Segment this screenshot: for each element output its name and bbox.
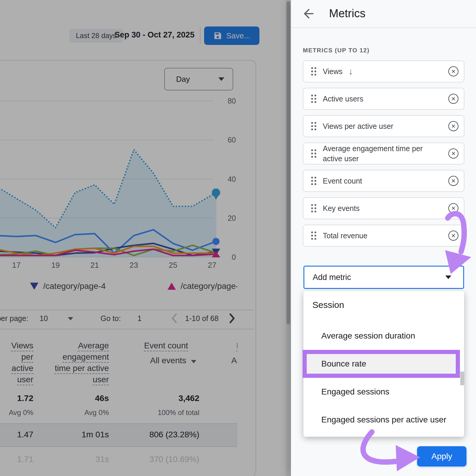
table-row[interactable]	[0, 423, 237, 446]
metric-chip[interactable]: Event count×	[303, 170, 464, 192]
add-metric-combobox[interactable]: Add metric	[303, 266, 464, 289]
go-to-input[interactable]: 1	[137, 314, 142, 323]
table-cell: 806 (23.28%)	[125, 430, 199, 439]
metric-chip-label: Views per active user	[323, 121, 393, 131]
table-cell: 1.72	[0, 394, 33, 403]
page-scrollbar-track[interactable]	[286, 0, 291, 476]
rows-per-page-label: Rows per page:	[0, 314, 26, 323]
remove-metric-icon[interactable]: ×	[448, 231, 458, 241]
table-cell: 1m 01s	[51, 430, 109, 439]
drag-handle-icon[interactable]	[311, 149, 316, 158]
remove-metric-icon[interactable]: ×	[448, 176, 458, 186]
legend-item[interactable]: /category/page-5	[167, 281, 237, 291]
pagination-range: 1-10 of 68	[185, 314, 219, 323]
event-selector[interactable]: All events	[125, 355, 199, 366]
remove-metric-icon[interactable]: ×	[448, 94, 458, 104]
metric-chip-label: Average engagement time per active user	[323, 143, 439, 164]
save-label: Save...	[226, 31, 250, 40]
dropdown-item[interactable]: Average session duration	[303, 322, 464, 350]
column-title[interactable]: Event count	[144, 341, 199, 350]
sort-descending-icon[interactable]: ↓	[348, 66, 353, 76]
metric-chip[interactable]: Views per active user×	[303, 115, 464, 137]
column-header[interactable]: Average engagement time per active user	[51, 340, 109, 385]
table-cell: 1.71	[0, 455, 33, 464]
column-header[interactable]: Key eventsAll events	[208, 340, 237, 366]
card-divider-bottom	[0, 329, 254, 329]
remove-metric-icon[interactable]: ×	[448, 148, 458, 159]
date-range-text[interactable]: Sep 30 - Oct 27, 2025	[115, 30, 195, 40]
x-tick: 27	[208, 261, 217, 270]
metric-chip[interactable]: Total revenue×	[303, 225, 464, 247]
drag-handle-icon[interactable]	[311, 231, 316, 240]
column-header[interactable]: Event countAll events	[125, 340, 199, 366]
screenshot-root: Last 28 days Sep 30 - Oct 27, 2025 Save.…	[0, 0, 476, 476]
dropdown-group-label: Session	[312, 300, 344, 310]
remove-metric-icon[interactable]: ×	[448, 66, 458, 76]
event-selector[interactable]: All events	[208, 355, 237, 366]
metric-dropdown-menu: Session Average session durationBounce r…	[303, 291, 464, 437]
next-page-icon[interactable]	[228, 312, 236, 326]
dropdown-scrollbar-thumb[interactable]	[460, 372, 464, 385]
column-title[interactable]: Views per active user	[11, 341, 33, 384]
table-cell: 3,462	[125, 394, 199, 403]
metric-chip-label: Views	[323, 66, 342, 76]
column-title[interactable]: Average engagement time per active user	[55, 341, 109, 384]
dropdown-item[interactable]: Engaged sessions	[303, 378, 464, 406]
y-tick: 40	[228, 175, 236, 183]
drag-handle-icon[interactable]	[311, 177, 316, 185]
dropdown-item-highlighted[interactable]: Bounce rate	[303, 350, 460, 378]
granularity-select[interactable]: Day	[164, 68, 233, 90]
toolbar-divider	[200, 27, 201, 44]
metric-chip-label: Total revenue	[323, 231, 367, 241]
metric-chip[interactable]: Active users×	[303, 88, 464, 110]
triangle-up-icon	[167, 283, 176, 290]
apply-button[interactable]: Apply	[417, 446, 466, 466]
column-title[interactable]: Key events	[236, 341, 237, 350]
add-metric-label: Add metric	[313, 273, 351, 282]
report-area: Last 28 days Sep 30 - Oct 27, 2025 Save.…	[0, 0, 291, 476]
drag-handle-icon[interactable]	[311, 122, 316, 130]
row-divider	[0, 423, 237, 424]
chevron-down-icon	[191, 360, 196, 363]
metric-chip[interactable]: Views↓×	[303, 60, 464, 82]
drag-handle-icon[interactable]	[311, 95, 316, 103]
metric-chip-label: Active users	[323, 94, 363, 104]
y-tick: 60	[228, 136, 236, 144]
granularity-value: Day	[176, 75, 190, 84]
metrics-list: Views↓×Active users×Views per active use…	[303, 60, 464, 252]
rows-per-page-select[interactable]: 10	[40, 314, 48, 323]
triangle-down-icon	[30, 283, 38, 290]
remove-metric-icon[interactable]: ×	[448, 121, 458, 131]
panel-header-divider	[291, 27, 476, 28]
metric-chip-label: Event count	[323, 176, 362, 186]
chevron-down-icon	[218, 77, 224, 81]
remove-metric-icon[interactable]: ×	[448, 203, 458, 213]
x-tick: 23	[129, 261, 138, 270]
x-tick: 25	[169, 261, 177, 270]
panel-title: Metrics	[329, 7, 365, 20]
table-cell: 31s	[51, 455, 109, 464]
prev-page-icon[interactable]	[171, 312, 178, 326]
x-tick: 21	[90, 261, 99, 270]
end-marker-circle	[212, 238, 220, 245]
go-to-label: Go to:	[101, 314, 121, 323]
drag-handle-icon[interactable]	[311, 67, 316, 76]
column-header[interactable]: Views per active user	[0, 340, 33, 385]
legend-label: /category/page-4	[43, 281, 106, 291]
chart-legend: /category/page-4/category/page-5	[0, 281, 237, 293]
table-cell: Avg 0%	[0, 408, 33, 417]
metrics-table: Views per active userAverage engagement …	[0, 332, 237, 476]
page-scrollbar-thumb[interactable]	[286, 1, 290, 324]
save-button[interactable]: Save...	[204, 26, 259, 45]
rows-per-page-caret-icon[interactable]	[68, 317, 73, 320]
metric-chip[interactable]: Key events×	[303, 197, 464, 219]
drag-handle-icon[interactable]	[311, 204, 316, 212]
back-arrow-icon[interactable]	[300, 7, 315, 21]
pagination-bar: Rows per page: 10 Go to: 1 1-10 of 68	[0, 310, 237, 328]
y-tick: 20	[228, 214, 236, 222]
legend-label: /category/page-5	[181, 281, 237, 291]
metric-chip[interactable]: Average engagement time per active user×	[303, 143, 464, 165]
metric-chip-label: Key events	[323, 203, 360, 213]
dropdown-item[interactable]: Engaged sessions per active user	[303, 406, 464, 434]
legend-item[interactable]: /category/page-4	[30, 281, 106, 291]
